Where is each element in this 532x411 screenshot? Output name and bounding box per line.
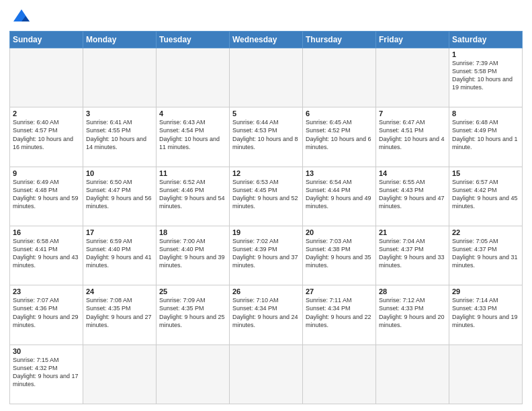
day-cell: 24Sunrise: 7:08 AM Sunset: 4:35 PM Dayli… xyxy=(83,285,157,345)
week-row-1: 1Sunrise: 7:39 AM Sunset: 5:58 PM Daylig… xyxy=(10,48,523,107)
day-info: Sunrise: 6:59 AM Sunset: 4:40 PM Dayligh… xyxy=(86,237,153,270)
day-cell: 5Sunrise: 6:44 AM Sunset: 4:53 PM Daylig… xyxy=(230,107,303,167)
day-cell xyxy=(230,48,303,107)
day-cell: 13Sunrise: 6:54 AM Sunset: 4:44 PM Dayli… xyxy=(303,167,376,226)
day-info: Sunrise: 7:02 AM Sunset: 4:39 PM Dayligh… xyxy=(232,237,300,270)
day-info: Sunrise: 7:04 AM Sunset: 4:37 PM Dayligh… xyxy=(379,237,446,270)
day-cell: 22Sunrise: 7:05 AM Sunset: 4:37 PM Dayli… xyxy=(449,226,523,285)
day-number: 26 xyxy=(232,287,300,295)
day-cell: 17Sunrise: 6:59 AM Sunset: 4:40 PM Dayli… xyxy=(83,226,157,285)
day-info: Sunrise: 6:55 AM Sunset: 4:43 PM Dayligh… xyxy=(379,178,446,211)
day-number: 4 xyxy=(159,109,226,118)
day-number: 27 xyxy=(306,287,373,295)
day-cell: 3Sunrise: 6:41 AM Sunset: 4:55 PM Daylig… xyxy=(83,107,157,167)
day-number: 8 xyxy=(452,109,519,118)
day-number: 25 xyxy=(159,287,226,295)
day-number: 2 xyxy=(13,109,80,118)
day-number: 24 xyxy=(86,287,153,295)
day-info: Sunrise: 7:11 AM Sunset: 4:34 PM Dayligh… xyxy=(306,296,373,329)
weekday-header-row: SundayMondayTuesdayWednesdayThursdayFrid… xyxy=(10,32,523,48)
day-cell xyxy=(230,345,303,404)
day-info: Sunrise: 6:44 AM Sunset: 4:53 PM Dayligh… xyxy=(232,118,300,151)
week-row-5: 23Sunrise: 7:07 AM Sunset: 4:36 PM Dayli… xyxy=(10,285,523,345)
day-info: Sunrise: 6:45 AM Sunset: 4:52 PM Dayligh… xyxy=(306,118,373,151)
day-number: 9 xyxy=(13,169,80,177)
day-info: Sunrise: 7:07 AM Sunset: 4:36 PM Dayligh… xyxy=(13,296,80,329)
day-info: Sunrise: 6:50 AM Sunset: 4:47 PM Dayligh… xyxy=(86,178,153,211)
day-number: 23 xyxy=(13,287,80,295)
day-cell: 19Sunrise: 7:02 AM Sunset: 4:39 PM Dayli… xyxy=(230,226,303,285)
day-info: Sunrise: 6:57 AM Sunset: 4:42 PM Dayligh… xyxy=(452,178,519,211)
day-info: Sunrise: 7:14 AM Sunset: 4:33 PM Dayligh… xyxy=(452,296,519,329)
day-number: 5 xyxy=(232,109,300,118)
day-cell: 7Sunrise: 6:47 AM Sunset: 4:51 PM Daylig… xyxy=(376,107,449,167)
day-cell: 18Sunrise: 7:00 AM Sunset: 4:40 PM Dayli… xyxy=(157,226,230,285)
day-info: Sunrise: 7:15 AM Sunset: 4:32 PM Dayligh… xyxy=(13,356,80,389)
day-info: Sunrise: 6:52 AM Sunset: 4:46 PM Dayligh… xyxy=(159,178,226,211)
day-cell: 26Sunrise: 7:10 AM Sunset: 4:34 PM Dayli… xyxy=(230,285,303,345)
weekday-monday: Monday xyxy=(83,32,157,48)
week-row-4: 16Sunrise: 6:58 AM Sunset: 4:41 PM Dayli… xyxy=(10,226,523,285)
day-number: 28 xyxy=(379,287,446,295)
day-cell: 29Sunrise: 7:14 AM Sunset: 4:33 PM Dayli… xyxy=(449,285,523,345)
day-number: 7 xyxy=(379,109,446,118)
day-cell xyxy=(83,345,157,404)
day-number: 10 xyxy=(86,169,153,177)
day-cell xyxy=(10,48,83,107)
day-number: 20 xyxy=(306,228,373,236)
day-number: 12 xyxy=(232,169,300,177)
weekday-thursday: Thursday xyxy=(303,32,376,48)
day-info: Sunrise: 6:40 AM Sunset: 4:57 PM Dayligh… xyxy=(13,118,80,151)
day-info: Sunrise: 7:08 AM Sunset: 4:35 PM Dayligh… xyxy=(86,296,153,329)
day-number: 11 xyxy=(159,169,226,177)
day-number: 3 xyxy=(86,109,153,118)
day-info: Sunrise: 7:05 AM Sunset: 4:37 PM Dayligh… xyxy=(452,237,519,270)
day-cell xyxy=(376,345,449,404)
day-cell: 12Sunrise: 6:53 AM Sunset: 4:45 PM Dayli… xyxy=(230,167,303,226)
day-cell: 21Sunrise: 7:04 AM Sunset: 4:37 PM Dayli… xyxy=(376,226,449,285)
day-info: Sunrise: 6:53 AM Sunset: 4:45 PM Dayligh… xyxy=(232,178,300,211)
day-cell: 30Sunrise: 7:15 AM Sunset: 4:32 PM Dayli… xyxy=(10,345,83,404)
day-cell: 2Sunrise: 6:40 AM Sunset: 4:57 PM Daylig… xyxy=(10,107,83,167)
day-cell xyxy=(157,345,230,404)
day-cell: 20Sunrise: 7:03 AM Sunset: 4:38 PM Dayli… xyxy=(303,226,376,285)
day-info: Sunrise: 6:49 AM Sunset: 4:48 PM Dayligh… xyxy=(13,178,80,211)
day-info: Sunrise: 6:48 AM Sunset: 4:49 PM Dayligh… xyxy=(452,118,519,151)
day-cell: 16Sunrise: 6:58 AM Sunset: 4:41 PM Dayli… xyxy=(10,226,83,285)
day-info: Sunrise: 7:00 AM Sunset: 4:40 PM Dayligh… xyxy=(159,237,226,270)
weekday-tuesday: Tuesday xyxy=(157,32,230,48)
day-info: Sunrise: 7:39 AM Sunset: 5:58 PM Dayligh… xyxy=(452,59,519,92)
day-cell: 6Sunrise: 6:45 AM Sunset: 4:52 PM Daylig… xyxy=(303,107,376,167)
day-info: Sunrise: 7:12 AM Sunset: 4:33 PM Dayligh… xyxy=(379,296,446,329)
day-number: 19 xyxy=(232,228,300,236)
day-cell: 11Sunrise: 6:52 AM Sunset: 4:46 PM Dayli… xyxy=(157,167,230,226)
day-number: 22 xyxy=(452,228,519,236)
day-info: Sunrise: 6:41 AM Sunset: 4:55 PM Dayligh… xyxy=(86,118,153,151)
day-number: 1 xyxy=(452,50,519,58)
day-cell xyxy=(157,48,230,107)
day-cell xyxy=(449,345,523,404)
day-number: 17 xyxy=(86,228,153,236)
calendar-table: SundayMondayTuesdayWednesdayThursdayFrid… xyxy=(9,31,523,404)
weekday-friday: Friday xyxy=(376,32,449,48)
day-cell xyxy=(376,48,449,107)
day-cell: 23Sunrise: 7:07 AM Sunset: 4:36 PM Dayli… xyxy=(10,285,83,345)
weekday-saturday: Saturday xyxy=(449,32,523,48)
day-cell xyxy=(303,48,376,107)
day-info: Sunrise: 6:54 AM Sunset: 4:44 PM Dayligh… xyxy=(306,178,373,211)
day-info: Sunrise: 7:09 AM Sunset: 4:35 PM Dayligh… xyxy=(159,296,226,329)
day-number: 13 xyxy=(306,169,373,177)
day-number: 18 xyxy=(159,228,226,236)
week-row-6: 30Sunrise: 7:15 AM Sunset: 4:32 PM Dayli… xyxy=(10,345,523,404)
day-number: 30 xyxy=(13,347,80,355)
day-info: Sunrise: 6:43 AM Sunset: 4:54 PM Dayligh… xyxy=(159,118,226,151)
week-row-3: 9Sunrise: 6:49 AM Sunset: 4:48 PM Daylig… xyxy=(10,167,523,226)
day-info: Sunrise: 7:03 AM Sunset: 4:38 PM Dayligh… xyxy=(306,237,373,270)
day-number: 29 xyxy=(452,287,519,295)
day-number: 6 xyxy=(306,109,373,118)
day-info: Sunrise: 6:58 AM Sunset: 4:41 PM Dayligh… xyxy=(13,237,80,270)
day-cell: 27Sunrise: 7:11 AM Sunset: 4:34 PM Dayli… xyxy=(303,285,376,345)
day-cell: 15Sunrise: 6:57 AM Sunset: 4:42 PM Dayli… xyxy=(449,167,523,226)
page: SundayMondayTuesdayWednesdayThursdayFrid… xyxy=(0,0,532,411)
header xyxy=(9,7,523,26)
